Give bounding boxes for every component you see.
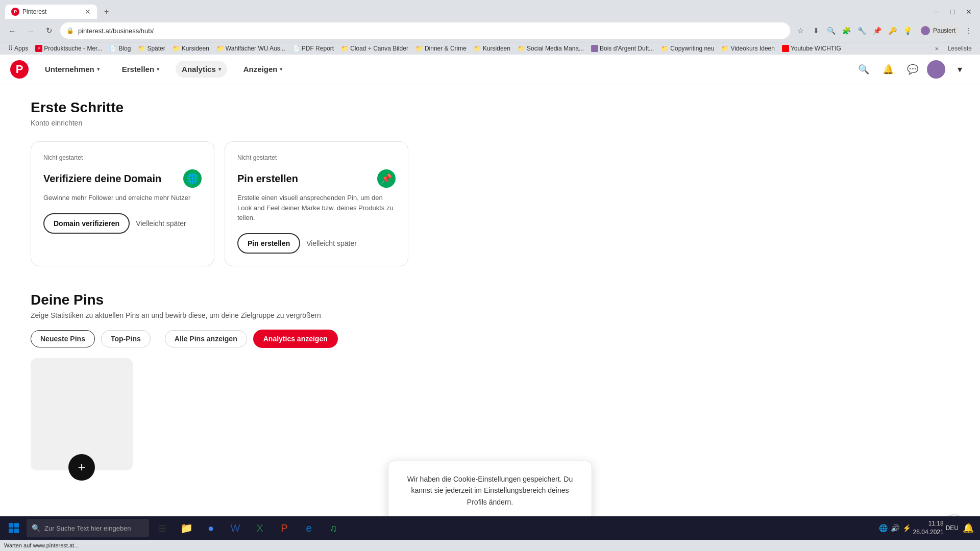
bookmarks-more-button[interactable]: »: [932, 43, 942, 54]
domain-card-title: Verifiziere deine Domain: [43, 173, 161, 185]
pinterest-logo[interactable]: P: [10, 60, 29, 79]
taskbar-powerpoint[interactable]: P: [273, 518, 296, 538]
minimize-button[interactable]: ─: [929, 5, 943, 19]
bm-pdf-icon: 📄: [292, 45, 300, 52]
date: 28.04.2021: [913, 528, 944, 537]
nav-anzeigen[interactable]: Anzeigen ▾: [237, 61, 289, 78]
forward-button[interactable]: →: [23, 23, 38, 38]
bm-bois[interactable]: Bois d'Argent Duft...: [588, 43, 657, 54]
bm-youtube[interactable]: Youtube WICHTIG: [779, 43, 844, 54]
create-pin-card-status: Nicht gestartet: [237, 154, 396, 161]
add-pin-button[interactable]: +: [68, 454, 95, 481]
domain-card-header: Verifiziere deine Domain 🌐: [43, 169, 202, 188]
taskbar-chrome[interactable]: ●: [199, 518, 223, 538]
extension-icon1[interactable]: 🧩: [840, 24, 853, 37]
taskbar-search[interactable]: 🔍 Zur Suche Text hier eingeben: [27, 519, 149, 537]
maximize-button[interactable]: □: [945, 5, 960, 19]
reading-list-button[interactable]: Leseliste: [945, 43, 975, 54]
browser-chrome: P Pinterest ✕ + ─ □ ✕ ← → ↻ 🔒 pinterest.…: [0, 0, 980, 55]
bm-blog[interactable]: 📄 Blog: [106, 43, 134, 54]
bm-pdf[interactable]: 📄 PDF Report: [289, 43, 337, 54]
bm-canva[interactable]: 📁 Cload + Canva Bilder: [338, 43, 411, 54]
tab-top-pins[interactable]: Top-Pins: [101, 330, 151, 347]
bm-produktsuche[interactable]: P Produktsuche - Mer...: [32, 43, 105, 54]
bm-apps-label: Apps: [14, 45, 28, 52]
taskbar-right: 🌐 🔊 ⚡ 11:18 28.04.2021 DEU 🔔: [879, 519, 978, 537]
bm-social[interactable]: 📁 Social Media Mana...: [514, 43, 587, 54]
bm-youtube-label: Youtube WICHTIG: [791, 45, 841, 52]
show-all-pins-button[interactable]: Alle Pins anzeigen: [165, 330, 247, 347]
taskbar-word[interactable]: W: [224, 518, 247, 538]
create-pin-later-button[interactable]: Vielleicht später: [306, 239, 357, 247]
bm-wahlfaecher[interactable]: 📁 Wahlfächer WU Aus...: [213, 43, 288, 54]
bm-spaeter-icon: 📁: [138, 45, 145, 52]
domain-later-button[interactable]: Vielleicht später: [136, 219, 186, 228]
taskbar-excel[interactable]: X: [248, 518, 272, 538]
notification-center-button[interactable]: 🔔: [963, 522, 974, 534]
bm-canva-label: Cload + Canva Bilder: [350, 45, 408, 52]
tab-close-button[interactable]: ✕: [85, 8, 91, 16]
bm-kursideen1-icon: 📁: [173, 45, 180, 52]
word-icon: W: [231, 522, 240, 534]
pin-placeholder-1: +: [31, 358, 133, 470]
pins-section-subtitle: Zeige Statistiken zu aktuellen Pins an u…: [31, 311, 582, 319]
extension-icon4[interactable]: 🔑: [886, 24, 899, 37]
create-pin-card-description: Erstelle einen visuell ansprechenden Pin…: [237, 193, 396, 223]
bm-kursideen1[interactable]: 📁 Kursideen: [169, 43, 212, 54]
nav-right: 🔍 🔔 💬 ▾: [853, 59, 970, 80]
taskbar-time: 11:18 28.04.2021: [913, 519, 944, 537]
menu-button[interactable]: ⋮: [962, 24, 975, 37]
nav-unternehmen[interactable]: Unternehmen ▾: [39, 61, 106, 78]
taskbar-file-explorer[interactable]: 📁: [175, 518, 198, 538]
taskbar-items: ⊞ 📁 ● W X P e ♫: [150, 518, 345, 538]
domain-verify-button[interactable]: Domain verifizieren: [43, 213, 130, 234]
notifications-button[interactable]: 🔔: [878, 59, 898, 80]
bm-dinner[interactable]: 📁 Dinner & Crime: [412, 43, 470, 54]
messages-button[interactable]: 💬: [902, 59, 923, 80]
bookmark-star-icon[interactable]: ☆: [794, 24, 807, 37]
reload-button[interactable]: ↻: [42, 23, 56, 38]
status-bar: Warten auf www.pinterest.at...: [0, 540, 980, 551]
extension-icon2[interactable]: 🔧: [855, 24, 869, 37]
user-avatar[interactable]: [927, 60, 945, 79]
bm-spaeter[interactable]: 📁 Später: [135, 43, 168, 54]
back-button[interactable]: ←: [5, 23, 19, 38]
profile-button[interactable]: Pausiert: [917, 25, 960, 36]
show-analytics-button[interactable]: Analytics anzeigen: [253, 330, 338, 348]
taskbar-spotify[interactable]: ♫: [322, 518, 345, 538]
bm-produktsuche-label: Produktsuche - Mer...: [44, 45, 102, 52]
search-button[interactable]: 🔍: [853, 59, 874, 80]
nav-erstellen[interactable]: Erstellen ▾: [116, 61, 165, 78]
download-icon[interactable]: ⬇: [810, 24, 823, 37]
zoom-icon[interactable]: 🔍: [825, 24, 838, 37]
bm-blog-icon: 📄: [109, 45, 117, 52]
taskbar: 🔍 Zur Suche Text hier eingeben ⊞ 📁 ● W X…: [0, 516, 980, 540]
clock: 11:18: [913, 519, 944, 528]
address-bar[interactable]: 🔒 pinterest.at/business/hub/: [60, 22, 790, 39]
windows-logo: [9, 523, 19, 533]
bm-copywriting-label: Copywriting neu: [670, 45, 714, 52]
bm-copywriting[interactable]: 📁 Copywriting neu: [658, 43, 717, 54]
create-pin-button[interactable]: Pin erstellen: [237, 233, 300, 254]
powerpoint-icon: P: [281, 522, 287, 534]
taskbar-task-view[interactable]: ⊞: [150, 518, 174, 538]
new-tab-button[interactable]: +: [99, 4, 114, 19]
start-button[interactable]: [2, 518, 26, 538]
taskbar-search-icon: 🔍: [32, 524, 40, 532]
close-window-button[interactable]: ✕: [962, 5, 976, 19]
task-view-icon: ⊞: [158, 522, 166, 534]
active-tab[interactable]: P Pinterest ✕: [5, 5, 97, 19]
bm-videokurs[interactable]: 📁 Videokurs Ideen: [718, 43, 778, 54]
taskbar-edge[interactable]: e: [297, 518, 321, 538]
tab-newest-pins[interactable]: Neueste Pins: [31, 330, 95, 347]
nav-analytics[interactable]: Analytics ▾: [176, 61, 227, 78]
bm-kursideen2[interactable]: 📁 Kursideen: [471, 43, 513, 54]
taskbar-sys-icons: 🌐 🔊 ⚡: [879, 524, 911, 532]
chrome-icon: ●: [208, 522, 214, 534]
extension-icon3[interactable]: 📌: [871, 24, 884, 37]
page-title: Erste Schritte: [31, 99, 582, 116]
bm-apps[interactable]: ⠿ Apps: [5, 43, 31, 54]
nav-more-button[interactable]: ▾: [949, 59, 970, 80]
nav-erstellen-label: Erstellen: [122, 65, 154, 73]
extension-icon5[interactable]: 💡: [901, 24, 915, 37]
